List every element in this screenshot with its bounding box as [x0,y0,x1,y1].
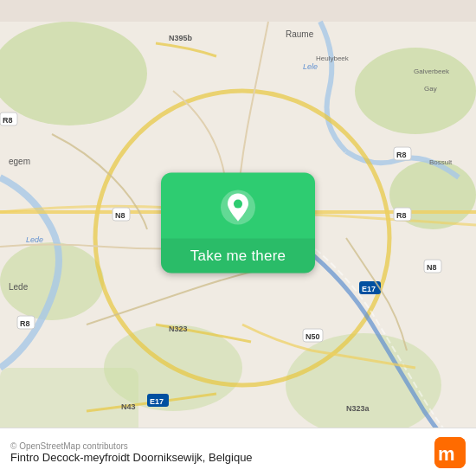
svg-text:N43: N43 [121,402,136,411]
svg-text:N323: N323 [169,325,188,333]
button-icon-area [219,173,257,239]
info-bar: © OpenStreetMap contributors Fintro Deco… [0,428,476,476]
svg-text:Bossult: Bossult [429,158,453,166]
svg-text:Lele: Lele [303,62,318,71]
svg-text:R8: R8 [3,116,13,125]
svg-text:R8: R8 [20,319,30,328]
location-title: Fintro Decock-meyfroidt Doorniksewijk, B… [10,451,253,464]
moovit-icon: m [434,437,466,468]
svg-point-4 [0,242,104,320]
svg-text:E17: E17 [362,285,376,293]
svg-text:R8: R8 [396,151,407,159]
map-attribution: © OpenStreetMap contributors [10,441,253,451]
button-label: Take me there [161,239,315,273]
svg-text:Galverbeek: Galverbeek [414,68,450,75]
svg-text:N50: N50 [306,332,320,341]
svg-text:m: m [438,443,455,465]
info-text-block: © OpenStreetMap contributors Fintro Deco… [10,441,253,464]
svg-text:Heulybeek: Heulybeek [316,55,350,62]
svg-point-2 [355,48,476,134]
svg-text:Lede: Lede [26,235,43,244]
svg-text:Gay: Gay [424,85,437,93]
svg-text:Raume: Raume [286,29,314,39]
map-container: N323 N43 N395b R8 R8 R8 R8 N8 N8 N8 E17 … [0,0,476,476]
svg-text:egem: egem [9,157,30,166]
location-pin-icon [219,189,257,227]
svg-text:Lede: Lede [9,282,29,292]
take-me-there-button[interactable]: Take me there [161,173,315,273]
svg-text:R8: R8 [396,211,407,220]
moovit-logo: m [434,437,466,468]
svg-point-44 [234,200,242,209]
svg-text:N8: N8 [115,211,125,220]
svg-text:N8: N8 [427,263,437,272]
svg-text:N323a: N323a [346,404,370,413]
svg-text:E17: E17 [150,397,164,406]
svg-text:N395b: N395b [169,34,193,42]
